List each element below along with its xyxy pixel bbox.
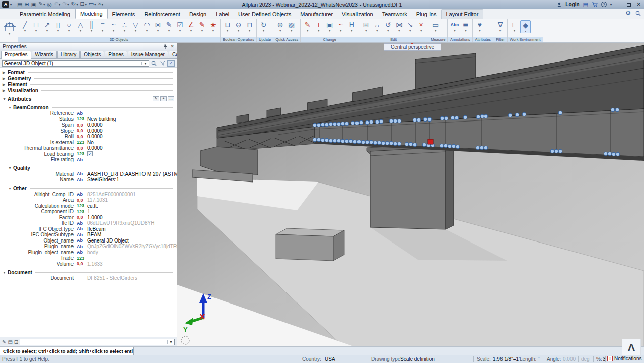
property-row-reference[interactable]: ReferenceAb [0,110,177,116]
chevron-down-icon[interactable]: ▾ [227,29,228,32]
selection-handle[interactable] [369,120,373,124]
chevron-down-icon[interactable]: ▾ [43,3,45,6]
adjust-curve-icon[interactable]: ~▾ [335,20,346,32]
modify-pencil-icon[interactable]: ✎▾ [302,20,313,32]
menu-tab-visualization[interactable]: Visualization [337,10,378,19]
selection-handle[interactable] [484,146,488,150]
object-selector[interactable]: General 3D Object (1) ▼ [2,60,149,67]
menu-tab-parametric-modeling[interactable]: Parametric Modeling [15,10,75,19]
selection-handle[interactable] [550,149,554,153]
chevron-down-icon[interactable]: ▾ [435,29,436,32]
panel-tab-library[interactable]: Library [57,51,80,58]
chevron-down-icon[interactable]: ▾ [263,29,264,32]
chevron-down-icon[interactable]: ▾ [376,29,378,32]
chevron-down-icon[interactable]: ▾ [102,29,103,32]
chevron-down-icon[interactable]: ▾ [479,29,480,32]
copy-icon[interactable]: ⊞▾ [361,20,371,32]
menu-tab-modeling[interactable]: Modeling [75,9,108,19]
tree-section-document[interactable]: ▼Document [0,269,177,275]
selection-handle[interactable] [554,149,558,153]
property-row-plugin-object-name[interactable]: Plugin_object_nameAbbody [0,250,177,256]
chevron-right-icon[interactable]: ▶ [3,83,8,87]
property-row-object-name[interactable]: Object_nameAbGeneral 3D Object [0,238,177,244]
chevron-down-icon[interactable]: ▾ [59,3,60,6]
chevron-down-icon[interactable]: ▼ [3,97,8,101]
project-icon[interactable]: ▤ [17,1,22,8]
rail-sweep-icon[interactable]: ║▾ [86,20,97,32]
chevron-right-icon[interactable]: ▶ [3,89,8,93]
tools-icon[interactable]: ×▾ [98,0,103,9]
panel-tab-properties[interactable]: Properties [1,51,31,59]
chevron-down-icon[interactable]: ▾ [291,29,292,32]
chevron-down-icon[interactable]: ▾ [77,3,78,6]
selection-handle[interactable] [476,146,480,150]
notifications-button[interactable]: ! Notifications [607,356,641,361]
selection-handle[interactable] [422,143,426,147]
menu-tab-manufacturer[interactable]: Manufacturer [296,10,337,19]
selection-handle[interactable] [321,138,325,142]
tree-section-format[interactable]: ▶Format [0,70,177,75]
subtract-icon[interactable]: ⊖▾ [233,20,244,32]
sketch-icon[interactable]: ✎▾ [164,20,174,32]
property-row-ifc-objectsubtype[interactable]: IFC ObjectSubtypeAbBEAM [0,232,177,238]
add-attribute-button[interactable]: + [160,96,167,101]
panel-tab-planes[interactable]: Planes [105,51,127,58]
selection-handle[interactable] [616,152,620,156]
selection-handle[interactable] [463,115,467,119]
loft-icon[interactable]: ▽▾ [130,20,141,32]
visibility-sphere-icon[interactable]: ⊕▾ [275,20,285,32]
zoom-to-object-button[interactable] [150,60,158,67]
selection-handle[interactable] [325,138,329,142]
selection-handle[interactable] [359,120,363,125]
chevron-down-icon[interactable]: ▾ [24,29,26,32]
selection-handle[interactable] [440,116,444,120]
chevron-down-icon[interactable]: ▾ [454,29,455,32]
chevron-right-icon[interactable]: ▶ [3,77,8,81]
star-object-icon[interactable]: ★▾ [208,20,219,32]
selection-handle[interactable] [361,140,365,144]
chevron-down-icon[interactable]: ▾ [318,29,319,32]
export-icon[interactable]: ⊟▾ [80,0,87,9]
box-3d-icon[interactable]: □▾ [31,20,41,32]
selection-handle[interactable] [455,116,459,120]
allplan-menu-button[interactable]: A ▾ [2,1,12,8]
chevron-down-icon[interactable]: ▾ [307,29,308,32]
beam-profile-icon[interactable]: H▾ [346,20,357,32]
selection-handle[interactable] [484,114,488,118]
selection-handle[interactable] [357,140,361,144]
selection-handle[interactable] [385,141,389,145]
property-row-is-external[interactable]: Is external123No [0,140,177,146]
selection-handle[interactable] [476,115,480,119]
slab-stack-icon[interactable]: ≡▾ [97,20,108,32]
selection-handle[interactable] [417,118,421,122]
delete-icon[interactable]: ×▾ [416,20,426,32]
selection-handle[interactable] [413,118,417,122]
edit-document-icon[interactable]: ▣▾ [324,20,335,32]
pin-point-icon[interactable]: +▾ [313,20,324,32]
selection-handle[interactable] [413,143,417,147]
menu-tab-elements[interactable]: Elements [108,10,140,19]
selection-handle[interactable] [405,142,409,146]
apply-check-button[interactable]: ✓ [167,60,175,67]
match-properties-icon[interactable]: ✎ [2,339,6,345]
length-value[interactable]: '' [538,356,540,362]
chevron-down-icon[interactable]: ▾ [146,29,148,32]
chevron-down-icon[interactable]: ▼ [167,340,174,344]
panel-tab-issue-manager[interactable]: Issue Manager [128,51,168,58]
minimize-button[interactable]: − [615,2,622,8]
selection-handle[interactable] [452,144,456,148]
chevron-down-icon[interactable]: ▾ [238,29,239,32]
selection-handle[interactable] [522,112,526,116]
selection-handle[interactable] [423,117,427,122]
settings-grid-icon[interactable]: ⊞ [24,1,29,8]
menu-tab-design[interactable]: Design [185,10,211,19]
panel-tab-wizards[interactable]: Wizards [32,51,57,58]
selection-handle[interactable] [329,139,333,143]
selection-handle[interactable] [397,142,401,146]
intersect-icon[interactable]: ⊓▾ [244,20,255,32]
selection-handle[interactable] [615,108,619,112]
help-icon[interactable]: ? [601,2,607,7]
chevron-down-icon[interactable]: ▾ [351,29,352,32]
selection-handle[interactable] [321,123,325,127]
convert-check-icon[interactable]: ☑▾ [175,20,185,32]
